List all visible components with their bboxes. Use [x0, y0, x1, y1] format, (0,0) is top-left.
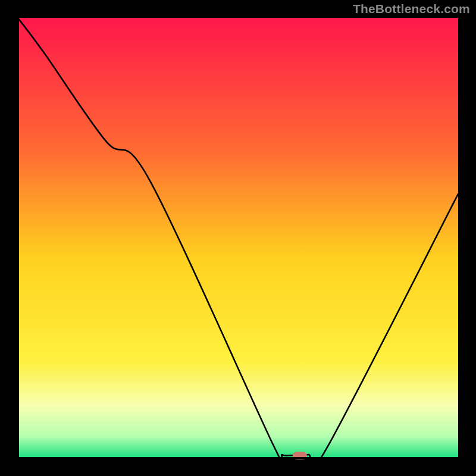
chart-container: TheBottleneck.com [0, 0, 476, 476]
bottleneck-curve [18, 18, 458, 458]
watermark-text: TheBottleneck.com [353, 2, 470, 16]
x-axis [18, 457, 458, 459]
plot-area [18, 18, 458, 458]
y-axis [17, 18, 19, 458]
